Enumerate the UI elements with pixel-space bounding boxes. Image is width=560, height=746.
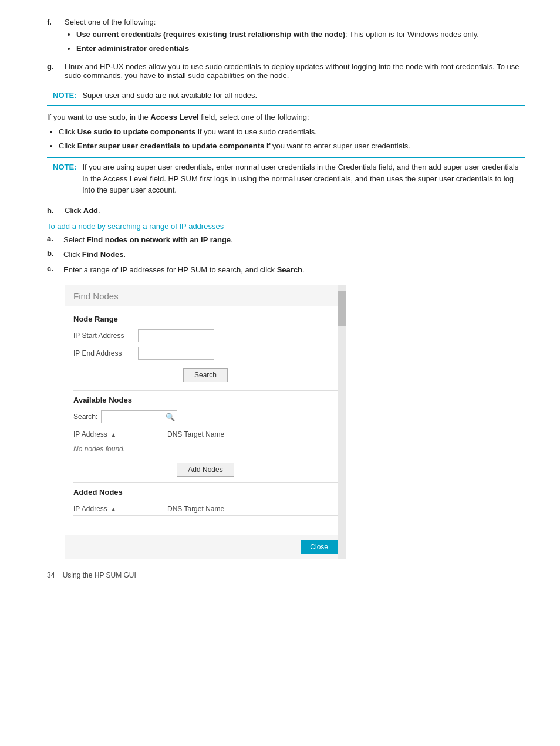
sub-step-b: b. Click Find Nodes. (47, 249, 525, 261)
ip-start-input[interactable] (138, 329, 214, 342)
access-bullet-super-bold: Enter super user credentials to update c… (77, 141, 265, 150)
note-1: NOTE: Super user and sudo are not availa… (47, 86, 525, 106)
available-table-header: IP Address ▲ DNS Target Name (73, 428, 338, 441)
no-nodes-text: No nodes found. (73, 441, 338, 457)
step-g-label: g. (47, 62, 65, 80)
footer-text: Using the HP SUM GUI (63, 571, 136, 579)
ip-end-label: IP End Address (73, 349, 138, 357)
dialog-scrollbar[interactable] (338, 285, 346, 559)
search-button[interactable]: Search (183, 368, 228, 382)
access-intro: If you want to use sudo, in the (47, 113, 150, 121)
step-h-text: Click (65, 206, 83, 215)
page-number: 34 (47, 571, 55, 579)
step-f-intro: Select one of the following: (65, 18, 525, 26)
available-ip-sort-arrow: ▲ (110, 431, 116, 438)
divider-1 (73, 390, 338, 391)
ip-start-row: IP Start Address (73, 329, 338, 342)
dialog-scrollbar-thumb (338, 291, 346, 326)
sub-c-text: Enter a range of IP addresses for HP SUM… (63, 265, 277, 274)
access-bullet-super-rest: if you want to enter super user credenti… (264, 141, 410, 150)
step-g-content: Linux and HP-UX nodes allow you to use s… (65, 62, 525, 80)
find-nodes-dialog: Find Nodes Node Range IP Start Address I… (65, 285, 346, 559)
added-ip-sort-arrow: ▲ (110, 506, 116, 512)
add-nodes-button[interactable]: Add Nodes (177, 463, 234, 477)
node-range-header: Node Range (73, 315, 338, 323)
step-g-text: Linux and HP-UX nodes allow you to use s… (65, 62, 519, 80)
sub-b-end: . (124, 250, 126, 259)
note-2: NOTE: If you are using super user creden… (47, 157, 525, 200)
dialog-title: Find Nodes (65, 285, 346, 306)
sub-a-bold: Find nodes on network with an IP range (87, 235, 231, 244)
note-2-label: NOTE: (53, 161, 76, 173)
sub-b-bold: Find Nodes (82, 250, 124, 259)
sub-b-text: Click (63, 250, 82, 259)
step-h-label: h. (47, 206, 65, 215)
ip-end-row: IP End Address (73, 347, 338, 360)
note-2-text: If you are using super user credentials,… (82, 161, 519, 196)
step-f-bullets: Use current credentials (requires existi… (65, 29, 525, 54)
sub-step-c: c. Enter a range of IP addresses for HP … (47, 264, 525, 276)
access-bullet-super: Click Enter super user credentials to up… (59, 140, 525, 152)
sub-step-c-content: Enter a range of IP addresses for HP SUM… (63, 264, 525, 276)
access-bullet-super-text: Click (59, 141, 77, 150)
bullet-use-current-rest: : This option is for Windows nodes only. (345, 30, 479, 39)
step-h: h. Click Add. (47, 206, 525, 215)
bullet-use-current-bold: Use current credentials (requires existi… (76, 30, 345, 39)
dialog-wrapper: Find Nodes Node Range IP Start Address I… (65, 285, 525, 559)
access-bullet-sudo-text: Click (59, 127, 77, 136)
access-bullet-sudo-bold: Use sudo to update components (77, 127, 196, 136)
close-button[interactable]: Close (301, 540, 338, 554)
step-h-end: . (98, 206, 100, 215)
search-icon: 🔍 (166, 413, 175, 421)
step-h-content: Click Add. (65, 206, 525, 215)
access-bullet-sudo: Click Use sudo to update components if y… (59, 126, 525, 138)
search-row-label: Search: (73, 413, 97, 421)
bullet-enter-admin-bold: Enter administrator credentials (76, 44, 189, 53)
note-1-label: NOTE: (53, 90, 76, 102)
section-heading: To add a node by searching a range of IP… (47, 222, 525, 231)
access-level-para: If you want to use sudo, in the Access L… (47, 112, 525, 123)
search-input-wrap: 🔍 (101, 410, 177, 423)
sub-step-b-content: Click Find Nodes. (63, 249, 525, 261)
step-f-label: f. (47, 18, 65, 56)
dialog-body: Node Range IP Start Address IP End Addre… (65, 306, 346, 535)
dialog-footer: Close (65, 535, 346, 559)
access-bold: Access Level (150, 113, 198, 121)
added-dns-col: DNS Target Name (167, 505, 273, 513)
note-1-text: Super user and sudo are not available fo… (82, 90, 257, 102)
sub-step-c-label: c. (47, 264, 63, 276)
step-f-content: Select one of the following: Use current… (65, 18, 525, 56)
access-bullet-sudo-rest: if you want to use sudo credentials. (195, 127, 317, 136)
added-ip-col: IP Address ▲ (73, 505, 167, 513)
sub-a-text: Select (63, 235, 87, 244)
bullet-enter-admin: Enter administrator credentials (76, 43, 525, 55)
ip-end-input[interactable] (138, 347, 214, 360)
sub-c-bold: Search (277, 265, 302, 274)
access-end: field, select one of the following: (199, 113, 309, 121)
sub-step-b-label: b. (47, 249, 63, 261)
sub-step-a: a. Select Find nodes on network with an … (47, 234, 525, 246)
sub-step-a-content: Select Find nodes on network with an IP … (63, 234, 525, 246)
added-nodes-empty-space (73, 516, 338, 526)
available-ip-col: IP Address ▲ (73, 430, 167, 438)
ip-start-label: IP Start Address (73, 332, 138, 340)
step-f: f. Select one of the following: Use curr… (47, 18, 525, 56)
sub-a-end: . (231, 235, 233, 244)
access-bullets: Click Use sudo to update components if y… (47, 126, 525, 151)
page-footer: 34 Using the HP SUM GUI (47, 571, 525, 579)
sub-c-end: . (302, 265, 305, 274)
sub-step-a-label: a. (47, 234, 63, 246)
step-h-bold: Add (83, 206, 98, 215)
added-nodes-header: Added Nodes (73, 488, 338, 497)
step-g: g. Linux and HP-UX nodes allow you to us… (47, 62, 525, 80)
added-table-header: IP Address ▲ DNS Target Name (73, 502, 338, 516)
available-nodes-header: Available Nodes (73, 396, 338, 404)
available-dns-col: DNS Target Name (167, 430, 273, 438)
bullet-use-current: Use current credentials (requires existi… (76, 29, 525, 40)
divider-2 (73, 482, 338, 483)
search-row: Search: 🔍 (73, 410, 338, 423)
